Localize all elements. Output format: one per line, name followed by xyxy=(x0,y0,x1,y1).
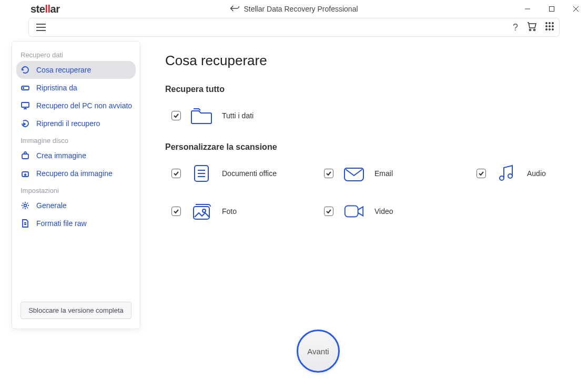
cart-icon[interactable] xyxy=(526,22,537,33)
option-label: Tutti i dati xyxy=(222,111,254,120)
section-recover-all: Recupera tutto xyxy=(165,85,588,94)
svg-rect-1 xyxy=(550,7,554,12)
envelope-icon xyxy=(343,162,365,184)
option-label: Video xyxy=(374,207,393,215)
option-audio[interactable]: Audio xyxy=(477,162,588,184)
video-camera-icon xyxy=(343,200,365,222)
option-label: Email xyxy=(374,169,393,178)
svg-rect-20 xyxy=(22,154,28,159)
svg-point-10 xyxy=(549,26,551,27)
svg-point-16 xyxy=(23,88,24,89)
svg-point-8 xyxy=(552,23,554,24)
maximize-button[interactable] xyxy=(540,0,564,18)
svg-rect-31 xyxy=(194,207,209,219)
option-all-data[interactable]: Tutti i dati xyxy=(171,105,303,127)
folder-icon xyxy=(190,105,212,127)
page-title: Cosa recuperare xyxy=(165,53,588,69)
help-icon[interactable]: ? xyxy=(513,22,518,33)
option-video[interactable]: Video xyxy=(324,200,455,222)
option-label: Foto xyxy=(222,207,237,215)
checkbox-video[interactable] xyxy=(324,207,333,216)
svg-point-22 xyxy=(24,204,27,207)
document-icon xyxy=(190,162,212,184)
main-content: Cosa recuperare Recupera tutto Tutti i d… xyxy=(28,42,588,369)
checkbox-all-data[interactable] xyxy=(171,111,181,120)
option-label: Audio xyxy=(527,169,546,178)
menu-button[interactable] xyxy=(34,22,48,33)
svg-point-7 xyxy=(549,23,551,24)
svg-point-30 xyxy=(508,174,512,178)
svg-point-13 xyxy=(549,29,551,30)
option-photo[interactable]: Foto xyxy=(171,200,303,222)
svg-point-29 xyxy=(500,176,504,180)
checkbox-audio[interactable] xyxy=(477,169,486,178)
back-icon[interactable] xyxy=(230,5,239,14)
svg-point-14 xyxy=(552,29,554,30)
minimize-button[interactable] xyxy=(515,0,540,18)
svg-point-9 xyxy=(546,26,548,27)
app-logo: stellar xyxy=(31,3,59,15)
svg-point-5 xyxy=(534,29,535,31)
option-label: Documenti office xyxy=(222,169,277,178)
svg-point-12 xyxy=(546,29,548,30)
svg-point-11 xyxy=(552,26,554,27)
window-title: Stellar Data Recovery Professional xyxy=(244,5,358,13)
apps-grid-icon[interactable] xyxy=(545,22,554,33)
option-office[interactable]: Documenti office xyxy=(171,162,303,184)
section-custom-scan: Personalizzare la scansione xyxy=(165,142,588,152)
svg-point-4 xyxy=(530,29,531,31)
option-email[interactable]: Email xyxy=(324,162,455,184)
photo-icon xyxy=(190,200,212,222)
title-bar: stellar Stellar Data Recovery Profession… xyxy=(0,0,588,18)
svg-point-6 xyxy=(546,23,548,24)
checkbox-office[interactable] xyxy=(171,169,181,178)
next-button[interactable]: Avanti xyxy=(297,330,340,373)
svg-rect-33 xyxy=(345,206,358,217)
checkbox-email[interactable] xyxy=(324,169,333,178)
toolbar: ? xyxy=(28,18,560,37)
close-button[interactable] xyxy=(564,0,588,18)
music-note-icon xyxy=(495,162,518,184)
svg-point-32 xyxy=(202,209,206,212)
checkbox-photo[interactable] xyxy=(171,207,181,216)
svg-rect-17 xyxy=(22,102,29,107)
